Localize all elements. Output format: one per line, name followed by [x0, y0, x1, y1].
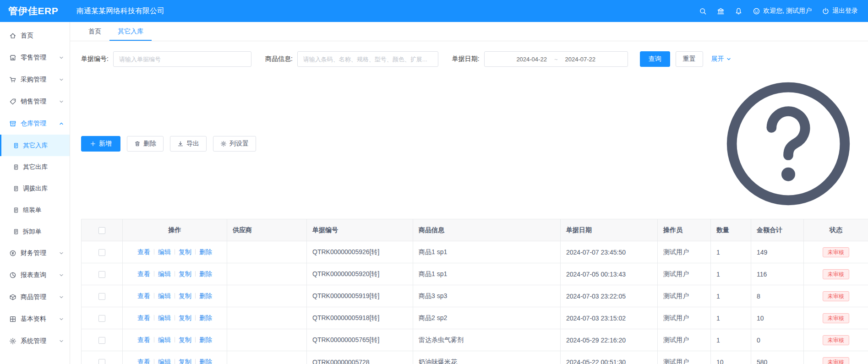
- logout-button[interactable]: 退出登录: [822, 7, 858, 15]
- search-button[interactable]: 查询: [640, 51, 670, 67]
- add-button[interactable]: 新增: [81, 136, 120, 152]
- delete-link[interactable]: 删除: [199, 248, 212, 255]
- date-range-picker[interactable]: 2024-04-22 ~ 2024-07-22: [484, 51, 628, 67]
- export-button[interactable]: 导出: [170, 136, 207, 152]
- user-welcome[interactable]: 欢迎您, 测试用户: [753, 7, 812, 15]
- select-all-checkbox[interactable]: [98, 227, 105, 234]
- delete-link[interactable]: 删除: [199, 336, 212, 343]
- sidebar-item-finance[interactable]: 财务管理: [0, 242, 70, 264]
- sidebar-item-purchase[interactable]: 采购管理: [0, 69, 70, 91]
- sidebar-item-products[interactable]: 商品管理: [0, 286, 70, 308]
- column-settings-button[interactable]: 列设置: [213, 136, 256, 152]
- divider: [195, 315, 196, 321]
- status-badge: 未审核: [823, 313, 849, 323]
- reset-button[interactable]: 重置: [676, 51, 703, 67]
- divider: [154, 359, 154, 364]
- app-logo: 管伊佳ERP: [0, 5, 70, 17]
- product-info-input[interactable]: [297, 51, 438, 67]
- sidebar-item-basic-data[interactable]: 基本资料: [0, 308, 70, 330]
- divider: [195, 359, 196, 364]
- expand-link[interactable]: 展开: [711, 55, 732, 63]
- qty-cell: 1: [711, 307, 751, 329]
- divider: [195, 249, 196, 255]
- sidebar-subitem-transfer-outbound[interactable]: 调拨出库: [0, 178, 70, 199]
- bill-no-input[interactable]: [113, 51, 251, 67]
- copy-link[interactable]: 复制: [179, 358, 191, 364]
- document-icon: [13, 164, 19, 170]
- sidebar-item-warehouse[interactable]: 仓库管理: [0, 113, 70, 135]
- view-link[interactable]: 查看: [137, 358, 150, 364]
- product-icon: [9, 293, 16, 301]
- edit-link[interactable]: 编辑: [158, 248, 171, 255]
- date-to-value[interactable]: 2024-07-22: [565, 56, 595, 63]
- copy-link[interactable]: 复制: [179, 336, 191, 343]
- sidebar-item-label: 仓库管理: [21, 120, 46, 128]
- copy-link[interactable]: 复制: [179, 314, 191, 321]
- sidebar-item-home[interactable]: 首页: [0, 25, 70, 47]
- edit-link[interactable]: 编辑: [158, 292, 171, 299]
- delete-link[interactable]: 删除: [199, 314, 212, 321]
- copy-link[interactable]: 复制: [179, 248, 191, 255]
- row-checkbox[interactable]: [98, 271, 105, 278]
- sidebar-item-retail[interactable]: 零售管理: [0, 47, 70, 69]
- edit-link[interactable]: 编辑: [158, 270, 171, 277]
- sidebar-item-system[interactable]: 系统管理: [0, 330, 70, 352]
- trash-icon: [134, 141, 141, 147]
- edit-link[interactable]: 编辑: [158, 314, 171, 321]
- chevron-down-icon: [59, 99, 64, 104]
- sidebar-subitem-other-inbound[interactable]: 其它入库: [0, 135, 70, 156]
- help-button[interactable]: [720, 75, 857, 212]
- edit-link[interactable]: 编辑: [158, 336, 171, 343]
- bank-icon[interactable]: [717, 7, 725, 15]
- sidebar-subitem-label: 组装单: [23, 206, 42, 214]
- copy-link[interactable]: 复制: [179, 292, 191, 299]
- search-icon[interactable]: [699, 7, 707, 15]
- amount-cell: 10: [751, 307, 804, 329]
- export-button-label: 导出: [186, 140, 199, 148]
- view-link[interactable]: 查看: [137, 270, 150, 277]
- date-from-value[interactable]: 2024-04-22: [516, 56, 547, 63]
- view-link[interactable]: 查看: [137, 248, 150, 255]
- sidebar-subitem-disassembly-order[interactable]: 拆卸单: [0, 221, 70, 242]
- delete-link[interactable]: 删除: [199, 292, 212, 299]
- operator-cell: 测试用户: [658, 263, 711, 285]
- divider: [154, 337, 154, 342]
- row-checkbox[interactable]: [98, 337, 105, 344]
- view-link[interactable]: 查看: [137, 336, 150, 343]
- row-checkbox[interactable]: [98, 359, 105, 364]
- view-link[interactable]: 查看: [137, 292, 150, 299]
- sidebar-item-sales[interactable]: 销售管理: [0, 91, 70, 113]
- divider: [175, 337, 175, 342]
- bill-no-label: 单据编号:: [81, 55, 109, 63]
- view-link[interactable]: 查看: [137, 314, 150, 321]
- product-cell: 商品1 sp1: [413, 241, 561, 263]
- document-icon: [13, 142, 19, 149]
- delete-link[interactable]: 删除: [199, 358, 212, 364]
- sidebar-item-reports[interactable]: 报表查询: [0, 264, 70, 286]
- gear-icon: [9, 337, 16, 345]
- row-checkbox[interactable]: [98, 293, 105, 300]
- divider: [195, 337, 196, 342]
- tab-home[interactable]: 首页: [80, 22, 109, 41]
- edit-link[interactable]: 编辑: [158, 358, 171, 364]
- chevron-up-icon: [59, 121, 64, 126]
- delete-button[interactable]: 删除: [127, 136, 164, 152]
- row-checkbox[interactable]: [98, 315, 105, 322]
- sidebar-subitem-other-outbound[interactable]: 其它出库: [0, 156, 70, 178]
- supplier-cell: [227, 307, 307, 329]
- col-header-status: 状态: [804, 219, 868, 241]
- bill-no-cell: QTRK00000005926[转]: [307, 241, 413, 263]
- bell-icon[interactable]: [735, 7, 742, 15]
- delete-button-label: 删除: [143, 140, 156, 148]
- copy-link[interactable]: 复制: [179, 270, 191, 277]
- divider: [175, 359, 175, 364]
- date-cell: 2024-05-22 00:51:30: [561, 351, 658, 364]
- sidebar-subitem-assembly-order[interactable]: 组装单: [0, 199, 70, 221]
- row-checkbox[interactable]: [98, 249, 105, 256]
- date-cell: 2024-07-03 23:22:05: [561, 285, 658, 307]
- document-icon: [13, 185, 19, 192]
- delete-link[interactable]: 删除: [199, 270, 212, 277]
- tab-other-inbound[interactable]: 其它入库: [109, 22, 152, 41]
- status-badge: 未审核: [823, 269, 849, 279]
- divider: [195, 271, 196, 277]
